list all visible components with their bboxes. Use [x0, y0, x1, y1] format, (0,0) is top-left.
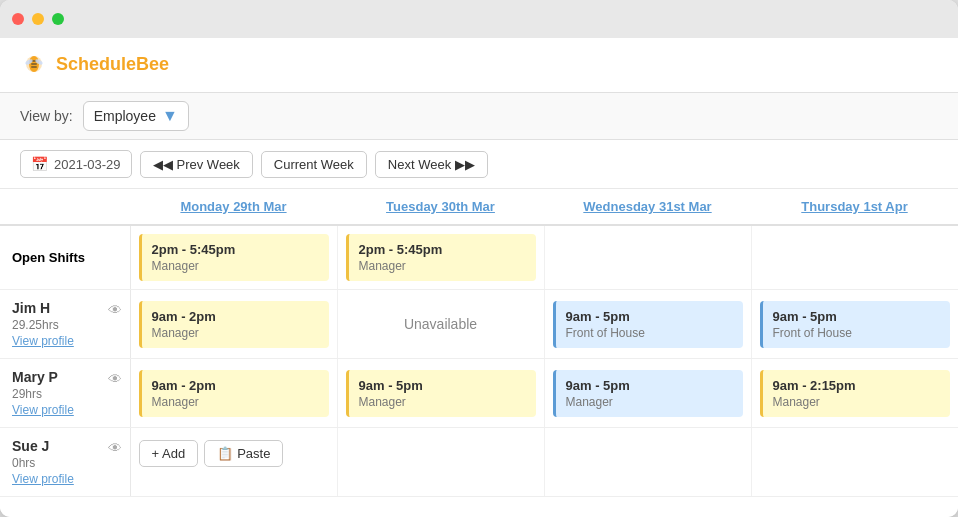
svg-rect-3 — [31, 63, 37, 65]
jim-label: Jim H 29.25hrs View profile 👁 — [0, 290, 130, 359]
jim-view-profile[interactable]: View profile — [12, 334, 118, 348]
open-shift-monday-card[interactable]: 2pm - 5:45pm Manager — [139, 234, 329, 281]
jim-wednesday-role: Front of House — [566, 326, 733, 340]
view-by-dropdown[interactable]: Employee ▼ — [83, 101, 189, 131]
date-picker[interactable]: 📅 2021-03-29 — [20, 150, 132, 178]
mary-hours: 29hrs — [12, 387, 118, 401]
grid-header-row: Monday 29th Mar Tuesday 30th Mar Wednesd… — [0, 189, 958, 225]
header: ScheduleBee View by: Employee ▼ — [0, 38, 958, 140]
prev-week-icon: ◀◀ — [153, 157, 173, 172]
sue-name: Sue J — [12, 438, 118, 454]
current-week-button[interactable]: Current Week — [261, 151, 367, 178]
mary-monday-time: 9am - 2pm — [152, 378, 319, 393]
open-shift-monday-role: Manager — [152, 259, 319, 273]
sue-wednesday-cell — [544, 428, 751, 497]
jim-unavailable-label: Unavailable — [404, 316, 477, 332]
employee-mary-row: Mary P 29hrs View profile 👁 9am - 2pm Ma… — [0, 359, 958, 428]
nav-bar: 📅 2021-03-29 ◀◀ Prev Week Current Week N… — [0, 140, 958, 189]
sue-actions: + Add 📋 Paste — [139, 440, 329, 467]
open-shift-tuesday-card[interactable]: 2pm - 5:45pm Manager — [346, 234, 536, 281]
add-shift-button[interactable]: + Add — [139, 440, 199, 467]
open-shifts-monday[interactable]: 2pm - 5:45pm Manager — [130, 225, 337, 290]
sue-label: Sue J 0hrs View profile 👁 — [0, 428, 130, 497]
mary-thursday-cell[interactable]: 9am - 2:15pm Manager — [751, 359, 958, 428]
mary-monday-cell[interactable]: 9am - 2pm Manager — [130, 359, 337, 428]
header-thursday: Thursday 1st Apr — [751, 189, 958, 225]
sue-hours: 0hrs — [12, 456, 118, 470]
employee-sue-row: Sue J 0hrs View profile 👁 + Add 📋 Paste — [0, 428, 958, 497]
mary-monday-shift[interactable]: 9am - 2pm Manager — [139, 370, 329, 417]
open-shifts-wednesday — [544, 225, 751, 290]
open-shift-tuesday-role: Manager — [359, 259, 526, 273]
toolbar: View by: Employee ▼ — [0, 92, 958, 140]
jim-name: Jim H — [12, 300, 118, 316]
jim-thursday-cell[interactable]: 9am - 5pm Front of House — [751, 290, 958, 359]
header-tuesday: Tuesday 30th Mar — [337, 189, 544, 225]
jim-tuesday-unavailable: Unavailable — [337, 290, 544, 359]
date-value: 2021-03-29 — [54, 157, 121, 172]
jim-wednesday-cell[interactable]: 9am - 5pm Front of House — [544, 290, 751, 359]
jim-monday-time: 9am - 2pm — [152, 309, 319, 324]
next-week-label: Next Week — [388, 157, 451, 172]
header-monday: Monday 29th Mar — [130, 189, 337, 225]
next-week-button[interactable]: Next Week ▶▶ — [375, 151, 488, 178]
jim-monday-shift[interactable]: 9am - 2pm Manager — [139, 301, 329, 348]
prev-week-button[interactable]: ◀◀ Prev Week — [140, 151, 253, 178]
open-shift-monday-time: 2pm - 5:45pm — [152, 242, 319, 257]
sue-thursday-cell — [751, 428, 958, 497]
svg-rect-4 — [31, 66, 37, 68]
schedule-grid: Monday 29th Mar Tuesday 30th Mar Wednesd… — [0, 189, 958, 517]
mary-tuesday-role: Manager — [359, 395, 526, 409]
mary-wednesday-shift[interactable]: 9am - 5pm Manager — [553, 370, 743, 417]
jim-wednesday-shift[interactable]: 9am - 5pm Front of House — [553, 301, 743, 348]
jim-monday-role: Manager — [152, 326, 319, 340]
sue-view-profile[interactable]: View profile — [12, 472, 118, 486]
open-shift-tuesday-time: 2pm - 5:45pm — [359, 242, 526, 257]
employee-jim-row: Jim H 29.25hrs View profile 👁 9am - 2pm … — [0, 290, 958, 359]
close-button[interactable] — [12, 13, 24, 25]
mary-label: Mary P 29hrs View profile 👁 — [0, 359, 130, 428]
open-shifts-tuesday[interactable]: 2pm - 5:45pm Manager — [337, 225, 544, 290]
sue-monday-cell: + Add 📋 Paste — [130, 428, 337, 497]
jim-eye-icon[interactable]: 👁 — [108, 302, 122, 318]
sue-eye-icon[interactable]: 👁 — [108, 440, 122, 456]
mary-tuesday-time: 9am - 5pm — [359, 378, 526, 393]
jim-thursday-role: Front of House — [773, 326, 941, 340]
open-shifts-thursday — [751, 225, 958, 290]
mary-thursday-role: Manager — [773, 395, 941, 409]
monday-link[interactable]: Monday 29th Mar — [180, 199, 286, 214]
view-by-value: Employee — [94, 108, 156, 124]
mary-view-profile[interactable]: View profile — [12, 403, 118, 417]
mary-wednesday-cell[interactable]: 9am - 5pm Manager — [544, 359, 751, 428]
app-window: ScheduleBee View by: Employee ▼ 📅 2021-0… — [0, 0, 958, 517]
open-shifts-row: Open Shifts 2pm - 5:45pm Manager 2pm - 5… — [0, 225, 958, 290]
next-week-icon: ▶▶ — [455, 157, 475, 172]
mary-monday-role: Manager — [152, 395, 319, 409]
minimize-button[interactable] — [32, 13, 44, 25]
app-name: ScheduleBee — [56, 54, 169, 75]
header-empty-cell — [0, 189, 130, 225]
mary-wednesday-role: Manager — [566, 395, 733, 409]
paste-shift-button[interactable]: 📋 Paste — [204, 440, 283, 467]
mary-wednesday-time: 9am - 5pm — [566, 378, 733, 393]
wednesday-link[interactable]: Wednesday 31st Mar — [583, 199, 711, 214]
mary-thursday-time: 9am - 2:15pm — [773, 378, 941, 393]
jim-hours: 29.25hrs — [12, 318, 118, 332]
current-week-label: Current Week — [274, 157, 354, 172]
maximize-button[interactable] — [52, 13, 64, 25]
mary-name: Mary P — [12, 369, 118, 385]
jim-monday-cell[interactable]: 9am - 2pm Manager — [130, 290, 337, 359]
thursday-link[interactable]: Thursday 1st Apr — [801, 199, 907, 214]
sue-tuesday-cell — [337, 428, 544, 497]
main-content: ScheduleBee View by: Employee ▼ 📅 2021-0… — [0, 38, 958, 517]
open-shifts-label: Open Shifts — [0, 225, 130, 290]
mary-tuesday-cell[interactable]: 9am - 5pm Manager — [337, 359, 544, 428]
mary-tuesday-shift[interactable]: 9am - 5pm Manager — [346, 370, 536, 417]
tuesday-link[interactable]: Tuesday 30th Mar — [386, 199, 495, 214]
paste-icon: 📋 — [217, 446, 233, 461]
header-wednesday: Wednesday 31st Mar — [544, 189, 751, 225]
mary-eye-icon[interactable]: 👁 — [108, 371, 122, 387]
jim-thursday-time: 9am - 5pm — [773, 309, 941, 324]
jim-thursday-shift[interactable]: 9am - 5pm Front of House — [760, 301, 951, 348]
mary-thursday-shift[interactable]: 9am - 2:15pm Manager — [760, 370, 951, 417]
